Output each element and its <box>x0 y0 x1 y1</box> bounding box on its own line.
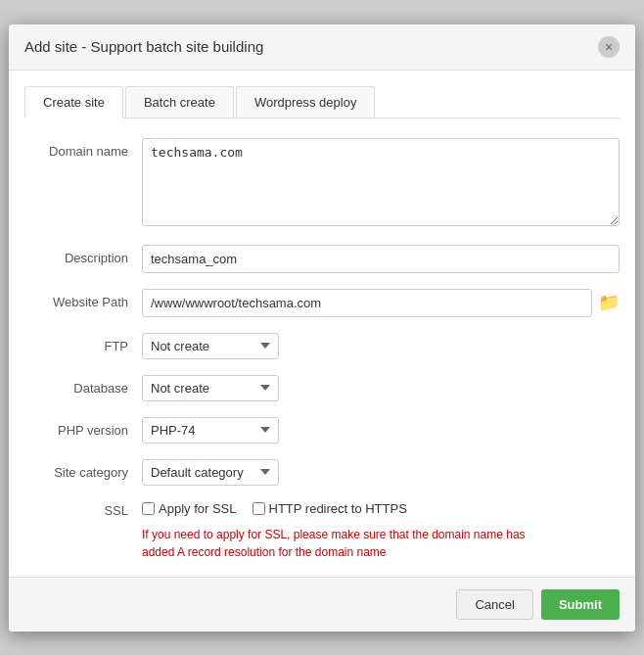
domain-textarea[interactable]: techsama.com <box>142 138 620 226</box>
close-button[interactable]: × <box>598 36 620 58</box>
ssl-apply-label: Apply for SSL <box>159 501 237 516</box>
tab-create-site[interactable]: Create site <box>24 86 123 118</box>
tab-batch-create[interactable]: Batch create <box>125 86 234 117</box>
modal-body: Create site Batch create Wordpress deplo… <box>9 70 635 577</box>
cancel-button[interactable]: Cancel <box>456 589 532 620</box>
php-label: PHP version <box>24 417 142 438</box>
site-category-select[interactable]: Default category <box>142 459 279 486</box>
php-row: PHP version PHP-74 PHP-80 PHP-81 <box>24 417 620 444</box>
modal-header: Add site - Support batch site building × <box>9 24 635 70</box>
ssl-label: SSL <box>24 501 142 518</box>
ssl-redirect-option[interactable]: HTTP redirect to HTTPS <box>253 501 407 516</box>
submit-button[interactable]: Submit <box>541 589 620 620</box>
ftp-label: FTP <box>24 333 142 353</box>
modal-overlay: Add site - Support batch site building ×… <box>0 0 644 655</box>
website-path-control: 📁 <box>142 289 620 317</box>
domain-label: Domain name <box>24 138 142 159</box>
modal-container: Add site - Support batch site building ×… <box>9 24 635 632</box>
description-label: Description <box>24 245 142 265</box>
website-path-input[interactable] <box>142 289 592 317</box>
website-path-row: Website Path 📁 <box>24 289 620 317</box>
php-select[interactable]: PHP-74 PHP-80 PHP-81 <box>142 417 279 444</box>
ssl-redirect-checkbox[interactable] <box>253 502 265 515</box>
ssl-redirect-label: HTTP redirect to HTTPS <box>269 501 407 516</box>
php-control: PHP-74 PHP-80 PHP-81 <box>142 417 620 444</box>
database-row: Database Not create Create <box>24 375 620 401</box>
ssl-row: SSL Apply for SSL HTTP redirect to HTTPS <box>24 501 620 518</box>
modal-footer: Cancel Submit <box>9 577 635 632</box>
modal-title: Add site - Support batch site building <box>24 38 263 55</box>
tab-bar: Create site Batch create Wordpress deplo… <box>24 86 620 118</box>
ftp-control: Not create Create <box>142 333 620 359</box>
database-control: Not create Create <box>142 375 620 401</box>
site-category-label: Site category <box>24 459 142 480</box>
website-path-label: Website Path <box>24 289 142 309</box>
domain-control: techsama.com <box>142 138 620 229</box>
folder-icon[interactable]: 📁 <box>598 292 620 313</box>
description-row: Description <box>24 245 620 273</box>
ftp-row: FTP Not create Create <box>24 333 620 359</box>
ssl-apply-option[interactable]: Apply for SSL <box>142 501 237 516</box>
description-control <box>142 245 620 273</box>
database-select[interactable]: Not create Create <box>142 375 279 401</box>
description-input[interactable] <box>142 245 620 273</box>
ssl-options: Apply for SSL HTTP redirect to HTTPS <box>142 501 407 516</box>
ssl-note: If you need to apply for SSL, please mak… <box>142 526 620 561</box>
domain-row: Domain name techsama.com <box>24 138 620 229</box>
site-category-control: Default category <box>142 459 620 486</box>
database-label: Database <box>24 375 142 396</box>
ssl-apply-checkbox[interactable] <box>142 502 155 515</box>
site-category-row: Site category Default category <box>24 459 620 486</box>
tab-wordpress-deploy[interactable]: Wordpress deploy <box>236 86 376 117</box>
ftp-select[interactable]: Not create Create <box>142 333 279 359</box>
